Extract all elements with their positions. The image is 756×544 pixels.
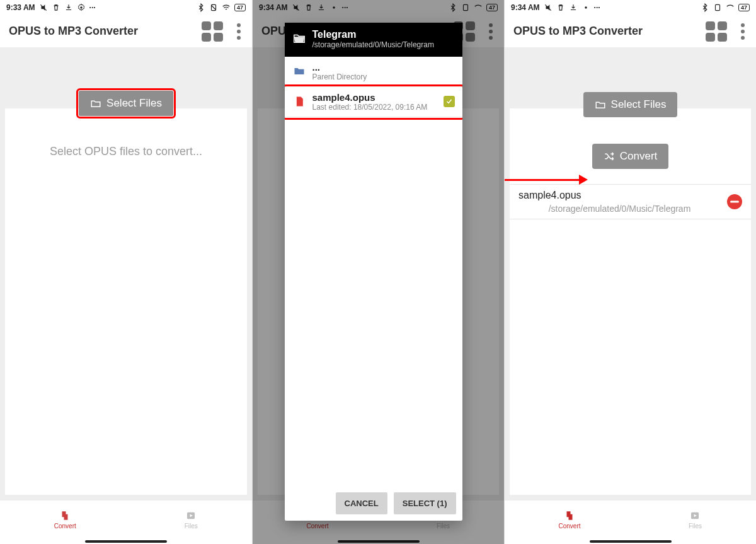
bluetooth-icon [701,3,709,12]
select-files-button[interactable]: Select Files [79,91,173,116]
selected-file-name: sample4.opus [518,190,721,201]
no-sim-icon [713,3,722,12]
svg-point-1 [80,6,83,9]
callout-arrow [505,175,588,185]
file-name: sample4.opus [312,92,437,103]
bluetooth-icon [197,3,205,12]
folder-open-icon [90,98,101,109]
shuffle-icon [604,151,615,162]
picker-folder-name: Telegram [312,29,434,40]
content-area: Select Files Convert sample4.opus /stora… [505,48,756,500]
nav-files-label: Files [689,523,702,530]
convert-label: Convert [620,150,658,163]
folder-icon [293,65,306,78]
download-icon [64,3,73,12]
convert-icon [563,510,576,521]
overflow-menu[interactable] [234,23,243,40]
convert-icon [58,510,72,521]
nav-files[interactable]: Files [184,510,198,530]
select-files-label: Select Files [611,98,667,111]
nav-convert-label: Convert [558,523,580,530]
selected-file-path: /storage/emulated/0/Music/Telegram [518,204,721,214]
nav-files[interactable]: Files [688,510,702,530]
parent-dir-row[interactable]: ... Parent Directory [285,57,462,87]
main-card: Select Files Select OPUS files to conver… [5,108,247,495]
nav-files-label: Files [185,523,198,530]
bottom-nav: Convert Files [505,500,756,539]
folder-open-icon [292,32,306,45]
overflow-menu[interactable] [738,23,747,40]
picker-header: Telegram /storage/emulated/0/Music/Teleg… [285,23,462,57]
trash-icon [52,3,60,12]
file-row[interactable]: sample4.opus Last edited: 18/05/2022, 09… [285,87,462,117]
content-area: Select Files Select OPUS files to conver… [0,48,252,500]
select-button[interactable]: SELECT (1) [394,492,456,514]
trash-icon [556,3,565,12]
picker-list: ... Parent Directory sample4.opus Last e… [285,57,462,486]
no-sim-icon [209,3,218,12]
grid-icon[interactable] [706,21,727,42]
select-files-label: Select Files [106,97,162,110]
more-dots: ··· [89,3,96,12]
svg-line-3 [211,6,215,10]
mute-icon [39,3,48,12]
checkbox-checked[interactable] [444,96,455,107]
selected-files-list: sample4.opus /storage/emulated/0/Music/T… [510,184,751,219]
file-sub: Last edited: 18/05/2022, 09:16 AM [312,103,437,112]
mute-icon [544,3,553,12]
svg-rect-12 [715,4,719,10]
screen-2: 9:34 AM ··· 47 OPUS Convert F [252,0,504,544]
battery-icon: 47 [234,4,246,11]
gear-icon [77,3,86,12]
nav-convert[interactable]: Convert [558,510,580,530]
clock: 9:34 AM [511,3,540,12]
parent-dots: ... [312,62,455,72]
home-indicator [505,539,756,544]
svg-point-11 [585,6,587,9]
battery-icon: 47 [738,4,750,11]
app-title: OPUS to MP3 Converter [9,25,138,38]
convert-button[interactable]: Convert [592,144,669,169]
check-icon [445,98,453,105]
nav-convert-label: Convert [54,523,76,530]
gear-icon [581,3,590,12]
app-title: OPUS to MP3 Converter [513,25,643,38]
bottom-nav: Convert Files [0,500,252,539]
picker-actions: CANCEL SELECT (1) [285,486,462,521]
empty-hint: Select OPUS files to convert... [50,145,202,158]
wifi-icon [726,3,735,12]
cancel-button[interactable]: CANCEL [336,492,387,514]
folder-open-icon [595,99,606,110]
home-indicator [0,539,252,544]
download-icon [569,3,578,12]
main-card: Select Files Convert sample4.opus /stora… [510,108,751,495]
parent-label: Parent Directory [312,72,455,81]
picker-folder-path: /storage/emulated/0/Music/Telegram [312,40,434,50]
clock: 9:33 AM [6,3,35,12]
more-dots: ··· [594,3,600,12]
screen-1: 9:33 AM ··· 47 OPUS to MP3 Converter [0,0,252,544]
status-bar: 9:34 AM ··· 47 [505,0,756,15]
remove-file-button[interactable] [727,194,742,209]
file-picker-dialog: Telegram /storage/emulated/0/Music/Teleg… [285,23,462,521]
status-bar: 9:33 AM ··· 47 [0,0,252,15]
app-bar: OPUS to MP3 Converter [505,15,756,48]
app-bar: OPUS to MP3 Converter [0,15,252,48]
select-files-button[interactable]: Select Files [583,92,678,117]
files-icon [688,510,702,521]
file-icon [293,95,306,108]
selected-file-row: sample4.opus /storage/emulated/0/Music/T… [510,185,751,219]
wifi-icon [222,3,231,12]
grid-icon[interactable] [202,21,223,42]
screen-3: 9:34 AM ··· 47 OPUS to MP3 Converter Sel [504,0,756,544]
files-icon [184,510,198,521]
nav-convert[interactable]: Convert [54,510,76,530]
